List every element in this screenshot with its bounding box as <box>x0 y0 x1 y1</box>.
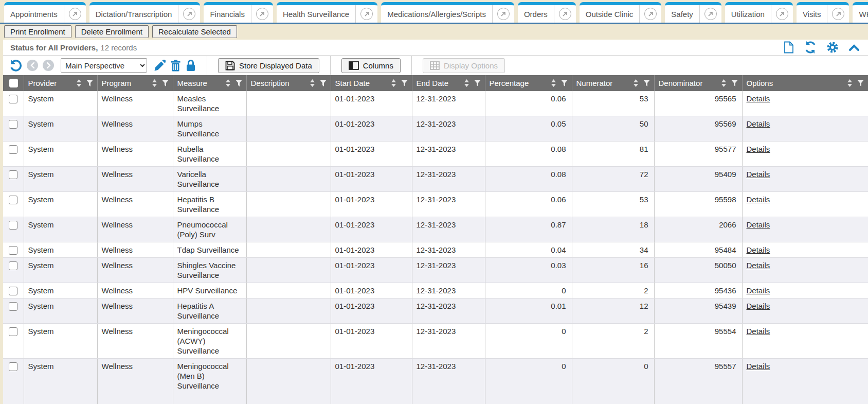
row-checkbox[interactable] <box>9 221 17 230</box>
perspective-select[interactable]: Main Perspective <box>61 58 147 73</box>
details-link[interactable]: Details <box>747 245 770 254</box>
collapse-icon[interactable] <box>848 43 860 51</box>
undo-icon[interactable] <box>9 59 22 72</box>
details-link[interactable]: Details <box>747 94 770 103</box>
details-link[interactable]: Details <box>747 362 770 371</box>
edit-pencil-icon[interactable] <box>154 60 166 72</box>
table-row: System Wellness Varicella Surveillance 0… <box>3 167 868 192</box>
sort-icon[interactable] <box>152 79 157 87</box>
details-link[interactable]: Details <box>747 119 770 128</box>
tab-open-new-window-button[interactable] <box>64 5 86 23</box>
tab-open-new-window-button[interactable] <box>554 5 576 23</box>
trash-icon[interactable] <box>170 60 181 72</box>
module-tab[interactable]: Orders <box>518 2 576 23</box>
module-tab[interactable]: Dictation/Transcription <box>89 2 201 23</box>
row-checkbox[interactable] <box>9 327 17 336</box>
sort-icon[interactable] <box>551 79 556 87</box>
back-button[interactable] <box>27 60 38 71</box>
select-all-checkbox[interactable] <box>9 79 18 87</box>
filter-icon[interactable] <box>561 80 568 86</box>
forward-button[interactable] <box>43 60 54 71</box>
refresh-icon[interactable] <box>804 41 817 54</box>
details-link[interactable]: Details <box>747 145 770 153</box>
filter-icon[interactable] <box>320 80 327 86</box>
store-displayed-data-button[interactable]: Store Displayed Data <box>218 58 319 73</box>
details-link[interactable]: Details <box>747 170 770 179</box>
tab-open-new-window-button[interactable] <box>251 5 273 23</box>
table-row: System Wellness HPV Surveillance 01-01-2… <box>3 283 868 298</box>
sort-icon[interactable] <box>310 79 315 87</box>
arrow-up-right-icon <box>69 8 81 20</box>
row-checkbox[interactable] <box>9 120 17 129</box>
percentage-cell: 0.01 <box>485 298 572 324</box>
module-tab[interactable]: Health Surveillance <box>277 2 377 23</box>
details-link[interactable]: Details <box>747 220 770 229</box>
filter-icon[interactable] <box>86 80 93 86</box>
row-checkbox[interactable] <box>9 302 17 311</box>
details-link[interactable]: Details <box>747 302 770 310</box>
module-tab[interactable]: WR Case Mgmt <box>853 2 868 23</box>
sort-icon[interactable] <box>76 79 82 87</box>
tab-open-new-window-button[interactable] <box>639 5 661 23</box>
gear-icon[interactable] <box>826 41 839 54</box>
row-checkbox[interactable] <box>9 261 17 270</box>
sort-icon[interactable] <box>391 79 396 87</box>
sort-icon[interactable] <box>721 79 727 87</box>
sort-icon[interactable] <box>633 79 639 87</box>
tab-open-new-window-button[interactable] <box>492 5 514 23</box>
numerator-cell: 0 <box>572 359 654 404</box>
details-link[interactable]: Details <box>747 261 770 270</box>
row-checkbox[interactable] <box>9 362 17 371</box>
row-checkbox[interactable] <box>9 196 17 204</box>
row-checkbox[interactable] <box>9 95 17 103</box>
details-link[interactable]: Details <box>747 327 770 336</box>
recalculate-selected-button[interactable]: Recalculate Selected <box>152 25 237 38</box>
tab-open-new-window-button[interactable] <box>827 5 849 23</box>
denominator-cell: 50050 <box>654 258 742 283</box>
display-options-button[interactable]: Display Options <box>423 58 505 73</box>
module-tab[interactable]: Utilization <box>725 2 793 23</box>
tab-open-new-window-button[interactable] <box>771 5 793 23</box>
module-tab[interactable]: Visits <box>797 2 849 23</box>
tab-open-new-window-button[interactable] <box>178 5 200 23</box>
tab-open-new-window-button[interactable] <box>699 5 721 23</box>
row-checkbox[interactable] <box>9 145 17 154</box>
print-enrollment-button[interactable]: Print Enrollment <box>4 25 71 38</box>
row-checkbox[interactable] <box>9 246 17 255</box>
filter-icon[interactable] <box>162 80 169 86</box>
filter-icon[interactable] <box>401 80 408 86</box>
details-link[interactable]: Details <box>747 195 770 204</box>
filter-icon[interactable] <box>474 80 481 86</box>
measure-cell: Meningococcal (ACWY) Surveillance <box>173 324 246 359</box>
module-tab[interactable]: Outside Clinic <box>580 2 662 23</box>
column-header-measure: Measure <box>173 75 246 91</box>
details-link[interactable]: Details <box>747 286 770 295</box>
program-cell: Wellness <box>97 142 173 167</box>
filter-icon[interactable] <box>643 80 650 86</box>
row-checkbox[interactable] <box>9 287 17 295</box>
start-date-cell: 01-01-2023 <box>331 192 412 217</box>
delete-enrollment-button[interactable]: Delete Enrollment <box>75 25 149 38</box>
tab-open-new-window-button[interactable] <box>355 5 377 23</box>
filter-icon[interactable] <box>236 80 242 86</box>
columns-label: Columns <box>363 61 393 70</box>
arrow-up-right-icon <box>497 8 510 20</box>
table-row: System Wellness Hepatitis A Surveillance… <box>3 298 868 324</box>
start-date-cell: 01-01-2023 <box>331 242 412 258</box>
tab-label: Health Surveillance <box>277 10 355 19</box>
arrow-up-right-icon <box>360 8 373 20</box>
module-tab[interactable]: Medications/Allergies/Scripts <box>381 2 514 23</box>
filter-icon[interactable] <box>857 80 864 86</box>
module-tab[interactable]: Financials <box>204 2 273 23</box>
columns-button[interactable]: Columns <box>341 58 401 73</box>
module-tab[interactable]: Safety <box>665 2 721 23</box>
sort-icon[interactable] <box>225 79 231 87</box>
sort-icon[interactable] <box>847 79 853 87</box>
lock-icon[interactable] <box>186 59 196 72</box>
new-document-icon[interactable] <box>783 41 794 54</box>
module-tab[interactable]: Appointments <box>4 2 86 23</box>
program-cell: Wellness <box>97 283 173 298</box>
filter-icon[interactable] <box>731 80 738 86</box>
row-checkbox[interactable] <box>9 170 17 179</box>
sort-icon[interactable] <box>464 79 469 87</box>
